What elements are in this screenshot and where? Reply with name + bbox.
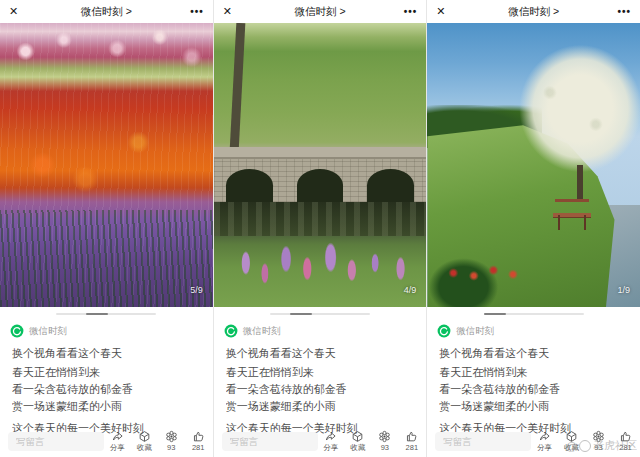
carousel-progress-bar[interactable] [484,313,584,315]
like-icon [405,430,418,443]
triple-screenshot-canvas: ✕ 微信时刻 > ••• 5/9 微信时刻 换个视角看看这个春天 春天正在悄悄到… [0,0,640,457]
more-icon[interactable]: ••• [387,6,417,17]
photo-tulip-garden[interactable]: 5/9 [0,23,213,307]
navbar: ✕ 微信时刻 > ••• [214,0,427,23]
post-line: 赏一场迷蒙细柔的小雨 [226,399,419,414]
post-line: 换个视角看看这个春天 [439,346,632,361]
wow-count: 93 [381,443,389,452]
share-button[interactable]: 分享 [535,430,554,452]
bridge-arch [297,169,344,202]
like-count: 281 [619,443,632,452]
foreground-flowers [214,227,427,307]
phone-screenshot-bridge: ✕ 微信时刻 > ••• 4/9 微信时刻 换个视角看看这个春天 春天正在悄悄到… [213,0,427,457]
wechat-moments-icon [224,324,238,338]
wow-button[interactable]: 93 [375,430,394,452]
favorite-label: 收藏 [350,443,365,452]
like-count: 281 [406,443,419,452]
page-title[interactable]: 微信时刻 > [39,5,174,19]
favorite-icon [351,430,364,443]
bridge-parapet [214,147,427,160]
like-icon [192,430,205,443]
comment-input[interactable] [435,432,531,451]
favorite-button[interactable]: 收藏 [135,430,154,452]
more-icon[interactable]: ••• [174,6,204,17]
wow-count: 93 [594,443,602,452]
like-count: 281 [192,443,205,452]
bridge-arch [367,169,414,202]
share-label: 分享 [110,443,125,452]
phone-screenshot-hill: ✕ 微信时刻 > ••• 1/9 [426,0,640,457]
photo-spring-hill[interactable]: 1/9 [427,23,640,307]
share-label: 分享 [537,443,552,452]
favorite-button[interactable]: 收藏 [562,430,581,452]
bridge-arch [226,169,273,202]
more-icon[interactable]: ••• [601,6,631,17]
post-line: 换个视角看看这个春天 [226,346,419,361]
wow-icon [592,430,605,443]
close-icon[interactable]: ✕ [223,5,253,18]
phone-screenshot-tulips: ✕ 微信时刻 > ••• 5/9 微信时刻 换个视角看看这个春天 春天正在悄悄到… [0,0,213,457]
wow-icon [165,430,178,443]
share-icon [538,430,551,443]
favorite-icon [138,430,151,443]
account-name: 微信时刻 [243,325,281,338]
blossom-tree [504,29,640,188]
carousel-progress-thumb[interactable] [290,313,312,315]
comment-input[interactable] [8,432,104,451]
page-indicator: 1/9 [618,285,631,295]
account-name: 微信时刻 [456,325,494,338]
post-line: 赏一场迷蒙细柔的小雨 [12,399,205,414]
share-button[interactable]: 分享 [321,430,340,452]
like-button[interactable]: 281 [402,430,421,452]
page-indicator: 4/9 [404,285,417,295]
close-icon[interactable]: ✕ [436,5,466,18]
account-row[interactable]: 微信时刻 [10,324,67,338]
wow-button[interactable]: 93 [162,430,181,452]
post-line: 看一朵含苞待放的郁金香 [12,382,205,397]
carousel-progress-bar[interactable] [56,313,156,315]
wow-count: 93 [167,443,175,452]
carousel-progress-thumb[interactable] [86,313,108,315]
post-line: 春天正在悄悄到来 [226,365,419,380]
favorite-label: 收藏 [564,443,579,452]
post-line: 春天正在悄悄到来 [12,365,205,380]
tree-trunk [229,23,244,151]
wechat-moments-icon [10,324,24,338]
bench-leg [558,215,560,230]
wow-button[interactable]: 93 [589,430,608,452]
bench-leg [584,215,586,230]
bench-back [555,199,589,202]
post-line: 看一朵含苞待放的郁金香 [439,382,632,397]
share-icon [111,430,124,443]
like-button[interactable]: 281 [616,430,635,452]
like-button[interactable]: 281 [189,430,208,452]
share-button[interactable]: 分享 [108,430,127,452]
park-bench [553,199,591,230]
favorite-button[interactable]: 收藏 [348,430,367,452]
wechat-moments-icon [437,324,451,338]
close-icon[interactable]: ✕ [9,5,39,18]
share-label: 分享 [323,443,338,452]
tree-trunk [577,165,582,202]
photo-stone-bridge[interactable]: 4/9 [214,23,427,307]
page-title[interactable]: 微信时刻 > [253,5,388,19]
action-group: 分享 收藏 93 281 [535,430,635,452]
action-group: 分享 收藏 93 281 [321,430,421,452]
page-title[interactable]: 微信时刻 > [466,5,601,19]
account-row[interactable]: 微信时刻 [437,324,494,338]
account-row[interactable]: 微信时刻 [224,324,281,338]
comment-input[interactable] [222,432,318,451]
share-icon [324,430,337,443]
carousel-progress-thumb[interactable] [484,313,506,315]
red-flowers [440,259,529,287]
account-name: 微信时刻 [29,325,67,338]
carousel-progress-bar[interactable] [270,313,370,315]
like-icon [619,430,632,443]
page-indicator: 5/9 [190,285,203,295]
action-group: 分享 收藏 93 281 [108,430,208,452]
post-line: 春天正在悄悄到来 [439,365,632,380]
footer-bar: 分享 收藏 93 281 [222,428,422,454]
favorite-icon [565,430,578,443]
footer-bar: 分享 收藏 93 281 [435,428,635,454]
post-line: 赏一场迷蒙细柔的小雨 [439,399,632,414]
